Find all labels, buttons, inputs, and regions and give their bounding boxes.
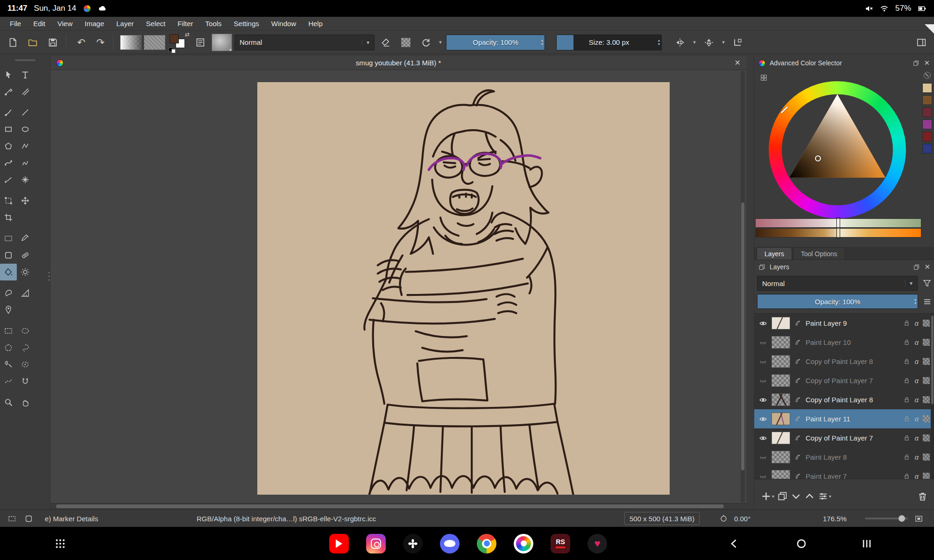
tool-smart-patch[interactable] (17, 247, 34, 264)
tool-magnetic-selection[interactable] (17, 373, 34, 390)
layer-visibility-toggle[interactable] (759, 338, 767, 347)
tool-bezier-selection[interactable] (0, 373, 17, 390)
layer-row[interactable]: Paint Layer 8 α (754, 448, 934, 467)
menu-layer[interactable]: Layer (110, 17, 140, 30)
choose-workspace-button[interactable] (913, 34, 930, 51)
shade-gradient-strip-2[interactable] (755, 228, 921, 238)
layer-row[interactable]: Paint Layer 10 α (754, 333, 934, 352)
trim-to-image-size-button[interactable] (729, 34, 747, 51)
layer-alpha-lock-icon[interactable]: α (914, 396, 919, 404)
layer-lock-icon[interactable] (903, 396, 910, 403)
layer-alpha-checker-icon[interactable] (923, 339, 930, 346)
brush-preset-button[interactable]: ▾ (212, 34, 232, 51)
global-selection-icon[interactable] (7, 510, 16, 527)
layer-lock-icon[interactable] (903, 358, 910, 365)
brush-size-slider[interactable]: Size: 3.00 px ▴▾ (556, 35, 662, 50)
app-icon-rs[interactable]: RS (551, 534, 570, 553)
layer-list-scrollbar[interactable] (931, 314, 934, 479)
spin-down-icon[interactable]: ▾ (658, 42, 660, 46)
recent-color-swatch[interactable] (922, 144, 932, 154)
android-home-button[interactable] (796, 538, 807, 549)
horizontal-mirror-button[interactable] (671, 34, 689, 51)
tool-reference-images[interactable] (0, 301, 17, 318)
open-document-button[interactable] (24, 34, 42, 51)
tool-text[interactable] (17, 66, 34, 83)
tool-gradient[interactable] (0, 230, 17, 247)
layer-row[interactable]: Copy of Paint Layer 8 α (754, 390, 934, 409)
layer-visibility-toggle[interactable] (759, 357, 767, 366)
recent-color-swatch[interactable] (922, 119, 932, 129)
clear-color-history-icon[interactable] (924, 72, 931, 79)
tool-freehand-brush[interactable] (0, 104, 17, 121)
redo-button[interactable]: ↷ (92, 37, 109, 48)
float-docker-icon[interactable] (913, 60, 920, 67)
menu-select[interactable]: Select (140, 17, 172, 30)
layer-row[interactable]: Paint Layer 7 α (754, 467, 934, 479)
gradient-chooser-button[interactable] (120, 35, 142, 50)
tool-line[interactable] (17, 104, 34, 121)
tool-calligraphy[interactable] (17, 83, 34, 100)
vertical-scrollbar-thumb[interactable] (741, 203, 744, 470)
layer-alpha-checker-icon[interactable] (923, 434, 930, 441)
tool-select-shapes[interactable] (0, 66, 17, 83)
blending-mode-dropdown[interactable]: Normal ▾ (234, 35, 375, 50)
save-button[interactable] (44, 34, 62, 51)
layer-row[interactable]: Copy of Paint Layer 7 α (754, 428, 934, 448)
tool-enclose-and-fill[interactable] (17, 264, 34, 280)
selection-mode-icon[interactable] (24, 510, 33, 527)
layer-alpha-lock-icon[interactable]: α (914, 319, 919, 327)
layer-visibility-toggle[interactable] (759, 396, 767, 404)
color-triangle-cursor[interactable] (815, 155, 821, 161)
layer-opacity-slider[interactable]: Opacity: 100% ▴▾ (757, 294, 918, 309)
recent-color-swatch[interactable] (922, 132, 932, 141)
app-icon-instagram[interactable] (366, 534, 386, 553)
undo-button[interactable]: ↶ (73, 37, 90, 48)
tool-zoom[interactable] (0, 394, 17, 411)
layer-visibility-toggle[interactable] (759, 472, 767, 480)
tool-freehand-path[interactable] (17, 154, 34, 171)
layer-alpha-lock-icon[interactable]: α (914, 434, 919, 442)
layer-alpha-checker-icon[interactable] (923, 473, 930, 479)
brush-editor-button[interactable] (191, 34, 209, 51)
layer-lock-icon[interactable] (903, 454, 910, 461)
tool-assistants[interactable] (17, 285, 34, 301)
app-icon-paint[interactable] (514, 534, 533, 553)
layer-alpha-checker-icon[interactable] (923, 358, 930, 365)
shade-gradient-strip-1[interactable] (755, 218, 921, 228)
layer-alpha-lock-icon[interactable]: α (914, 357, 919, 365)
layer-alpha-lock-icon[interactable]: α (914, 338, 919, 346)
move-layer-up-button[interactable] (804, 491, 815, 502)
menu-view[interactable]: View (51, 17, 78, 30)
reset-colors-white-swatch[interactable] (171, 49, 176, 53)
horizontal-scrollbar[interactable] (50, 503, 746, 509)
layer-lock-icon[interactable] (903, 320, 910, 327)
app-icon-youtube[interactable] (329, 534, 349, 553)
tool-polygon[interactable] (0, 138, 17, 154)
zoom-value[interactable]: 176.5% (823, 510, 847, 527)
tool-pan[interactable] (17, 394, 34, 411)
layer-properties-button[interactable]: ▾ (818, 491, 831, 502)
tab-tool-options[interactable]: Tool Options (793, 247, 845, 259)
app-icon-discord[interactable] (440, 534, 460, 553)
close-document-icon[interactable]: ✕ (735, 58, 741, 67)
recent-color-swatch[interactable] (922, 107, 932, 117)
layer-visibility-toggle[interactable] (759, 415, 767, 423)
layer-row[interactable]: Copy of Paint Layer 7 α (754, 371, 934, 390)
chevron-down-icon[interactable]: ▾ (720, 34, 727, 51)
tool-similar-color-selection[interactable] (17, 356, 34, 373)
canvas-viewport[interactable] (50, 70, 746, 503)
tool-dynamic-brush[interactable] (0, 171, 17, 188)
preserve-alpha-button[interactable] (397, 34, 415, 51)
tool-polyline[interactable] (17, 138, 34, 154)
tab-layers[interactable]: Layers (757, 247, 792, 259)
tool-color-sampler[interactable] (17, 230, 34, 247)
chevron-down-icon[interactable]: ▾ (437, 34, 444, 51)
app-drawer-icon[interactable] (55, 539, 65, 549)
spin-down-icon[interactable]: ▾ (914, 301, 916, 305)
opacity-slider[interactable]: Opacity: 100% ▴▾ (446, 35, 545, 50)
swap-colors-icon[interactable]: ⇄ (185, 31, 190, 38)
app-icon-heart[interactable]: ♥ (587, 534, 607, 553)
tool-edit-shapes[interactable] (0, 83, 17, 100)
corner-toggle-icon[interactable] (925, 24, 934, 34)
layer-row-selected[interactable]: Paint Layer 11 α (754, 409, 934, 428)
